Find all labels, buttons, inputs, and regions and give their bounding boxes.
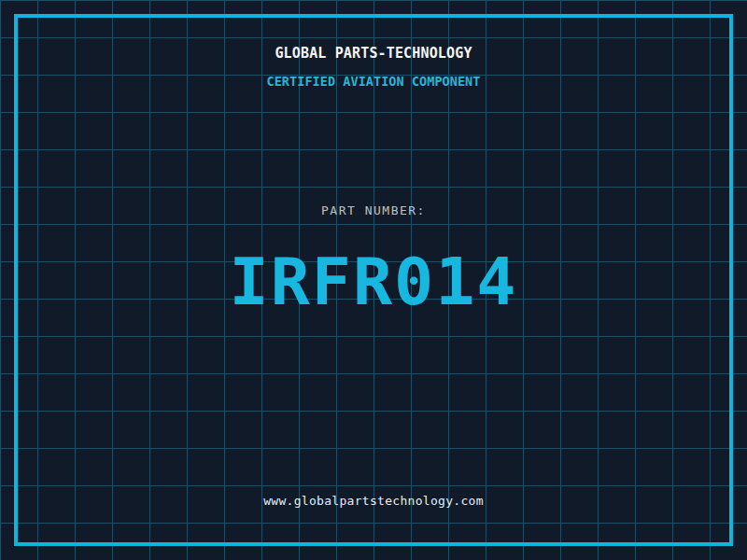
part-number-value: IRFR014 [0,249,747,315]
label-background-grid: GLOBAL PARTS-TECHNOLOGY CERTIFIED AVIATI… [0,0,747,560]
website-url: www.globalpartstechnology.com [0,495,747,508]
part-number-label: PART NUMBER: [0,204,747,217]
certification-tagline: CERTIFIED AVIATION COMPONENT [0,75,747,88]
company-name: GLOBAL PARTS-TECHNOLOGY [0,46,747,61]
